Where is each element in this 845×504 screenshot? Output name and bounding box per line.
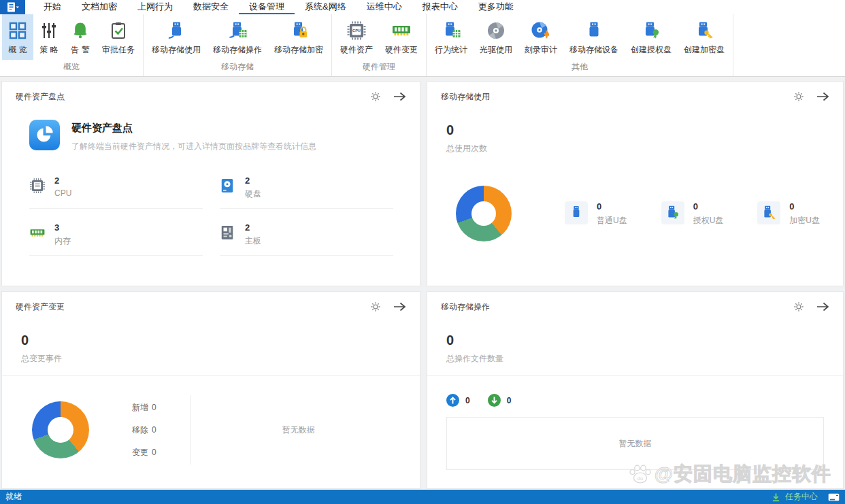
detail-arrow-icon[interactable] bbox=[393, 92, 406, 101]
card-usb-operations: 移动存储操作 0 总操作文件数量 0 0 暂无数据 bbox=[427, 291, 844, 489]
usb-lock-icon bbox=[288, 18, 309, 42]
download-count: 0 bbox=[507, 396, 512, 405]
menu-tab-device-mgmt[interactable]: 设备管理 bbox=[239, 0, 295, 14]
settings-gear-icon[interactable] bbox=[370, 91, 381, 102]
ribbon-item-usb-operations[interactable]: 移动存储操作 bbox=[207, 14, 268, 60]
ribbon-item-label: 策 略 bbox=[39, 44, 58, 56]
legend-value: 0 bbox=[152, 425, 156, 435]
stat-label: 授权U盘 bbox=[693, 215, 724, 226]
cpu-chip-icon bbox=[29, 178, 46, 194]
card-hardware-inventory: 硬件资产盘点 硬件资产盘点 了解终端当前硬件资产情况，可进入详情页面按品牌等查看… bbox=[1, 81, 420, 286]
menu-tab-ops-center[interactable]: 运维中心 bbox=[357, 0, 412, 14]
task-center-link[interactable]: 任务中心 bbox=[785, 491, 818, 503]
stat-value: 0 bbox=[693, 201, 724, 212]
upload-download-stats: 0 0 bbox=[446, 394, 843, 407]
intro-title: 硬件资产盘点 bbox=[71, 122, 316, 135]
legend-label: 变更 bbox=[132, 448, 148, 457]
ribbon-item-label: 硬件变更 bbox=[385, 44, 418, 56]
app-menu-button[interactable] bbox=[0, 0, 25, 14]
detail-arrow-icon[interactable] bbox=[816, 302, 829, 312]
ribbon-item-hw-change[interactable]: 硬件变更 bbox=[379, 14, 424, 60]
cd-disc-icon bbox=[486, 18, 506, 42]
card-usb-usage: 移动存储使用 0 总使用次数 0 bbox=[427, 81, 844, 286]
status-ready-text: 就绪 bbox=[5, 491, 22, 503]
message-icon[interactable] bbox=[828, 493, 840, 501]
stat-label: 内存 bbox=[54, 235, 71, 247]
ribbon-item-behavior-stats[interactable]: 行为统计 bbox=[429, 14, 474, 60]
ribbon-group-hardware-mgmt: CPU 硬件资产 硬件变更 硬件管理 bbox=[332, 14, 427, 76]
ribbon-item-cd-usage[interactable]: 光驱使用 bbox=[474, 14, 518, 60]
ribbon-item-label: 告 警 bbox=[71, 44, 89, 56]
usb-table-icon bbox=[227, 18, 248, 42]
status-bar: 就绪 任务中心 bbox=[0, 490, 845, 504]
ribbon-item-label: 概 览 bbox=[8, 44, 27, 56]
legend-item-removed: 移除0 bbox=[112, 424, 156, 436]
ribbon-item-label: 移动存储使用 bbox=[152, 44, 201, 56]
card-intro: 硬件资产盘点 了解终端当前硬件资产情况，可进入详情页面按品牌等查看统计信息 bbox=[29, 120, 420, 152]
menu-tab-more[interactable]: 更多功能 bbox=[468, 0, 524, 14]
upload-circle-icon bbox=[446, 394, 459, 407]
cpu-chip-icon: CPU bbox=[346, 18, 367, 42]
ribbon-item-policy[interactable]: 策 略 bbox=[33, 14, 65, 60]
menu-tab-report-center[interactable]: 报表中心 bbox=[412, 0, 468, 14]
card-title: 移动存储操作 bbox=[441, 301, 490, 313]
usb-drive-icon bbox=[166, 18, 186, 42]
ribbon-group-caption: 概览 bbox=[2, 60, 141, 76]
card-title: 硬件资产盘点 bbox=[16, 91, 65, 103]
ribbon-item-burn-audit[interactable]: 刻录审计 bbox=[518, 14, 563, 60]
ribbon-item-overview[interactable]: 概 览 bbox=[2, 14, 33, 60]
legend-value: 0 bbox=[152, 403, 156, 412]
overview-grid-icon bbox=[8, 18, 27, 42]
ribbon-item-hw-asset[interactable]: CPU 硬件资产 bbox=[334, 14, 379, 60]
ribbon-group-other: 行为统计 光驱使用 刻录审计 移动存储设备 bbox=[427, 14, 733, 76]
ribbon-item-alert[interactable]: 告 警 bbox=[65, 14, 96, 60]
ribbon-item-usb-encrypt[interactable]: 移动存储加密 bbox=[268, 14, 329, 60]
stat-disk: 2 硬盘 bbox=[220, 175, 393, 209]
ribbon-item-create-encrypt-disk[interactable]: 创建加密盘 bbox=[678, 14, 731, 60]
menu-tab-system-network[interactable]: 系统&网络 bbox=[295, 0, 357, 14]
stat-label: 普通U盘 bbox=[597, 215, 627, 226]
legend-dot bbox=[112, 450, 117, 455]
ribbon-item-usb-device[interactable]: 移动存储设备 bbox=[563, 14, 625, 60]
menu-bar: 开始 文档加密 上网行为 数据安全 设备管理 系统&网络 运维中心 报表中心 更… bbox=[0, 0, 845, 14]
stat-value: 2 bbox=[54, 175, 71, 186]
ribbon-item-approval[interactable]: 审批任务 bbox=[96, 14, 141, 60]
settings-gear-icon[interactable] bbox=[370, 301, 381, 312]
disc-burn-icon bbox=[530, 18, 552, 42]
usb-device-icon bbox=[584, 18, 604, 42]
usb-drive-icon bbox=[565, 201, 588, 224]
usb-key-icon bbox=[757, 201, 780, 224]
ribbon-item-label: 光驱使用 bbox=[480, 44, 512, 56]
clipboard-check-icon bbox=[109, 18, 128, 42]
usb-usage-donut-chart bbox=[456, 186, 512, 241]
stat-label: 硬盘 bbox=[245, 188, 261, 200]
total-value: 0 bbox=[446, 333, 843, 348]
menu-tab-data-security[interactable]: 数据安全 bbox=[183, 0, 239, 14]
legend-label: 移除 bbox=[132, 425, 148, 435]
settings-gear-icon[interactable] bbox=[793, 301, 804, 312]
usb-stats-icon bbox=[441, 18, 461, 42]
ribbon-group-caption: 其他 bbox=[429, 60, 731, 76]
download-icon bbox=[772, 492, 780, 502]
stat-memory: 3 内存 bbox=[29, 222, 203, 256]
stat-label: 加密U盘 bbox=[789, 215, 820, 226]
detail-arrow-icon[interactable] bbox=[393, 302, 406, 312]
menu-tab-doc-encrypt[interactable]: 文档加密 bbox=[71, 0, 127, 14]
menu-tab-start[interactable]: 开始 bbox=[33, 0, 71, 14]
ribbon-item-label: 行为统计 bbox=[435, 44, 467, 56]
ribbon-item-label: 硬件资产 bbox=[340, 44, 373, 56]
stat-value: 2 bbox=[245, 222, 261, 233]
settings-gear-icon[interactable] bbox=[793, 91, 804, 102]
ribbon-item-usb-usage[interactable]: 移动存储使用 bbox=[146, 14, 207, 60]
legend-item-changed: 变更0 bbox=[112, 447, 156, 458]
ribbon-group-caption: 移动存储 bbox=[146, 60, 329, 76]
no-data-text: 暂无数据 bbox=[619, 438, 652, 450]
legend-value: 0 bbox=[152, 448, 156, 457]
ribbon-item-label: 创建加密盘 bbox=[684, 44, 725, 56]
detail-arrow-icon[interactable] bbox=[816, 92, 829, 101]
ribbon-item-label: 移动存储设备 bbox=[569, 44, 618, 56]
ribbon-item-label: 刻录审计 bbox=[525, 44, 557, 56]
menu-tab-web-behavior[interactable]: 上网行为 bbox=[127, 0, 183, 14]
chart-legend: 新增0 移除0 变更0 bbox=[112, 402, 156, 458]
ribbon-item-create-auth-disk[interactable]: 创建授权盘 bbox=[625, 14, 678, 60]
